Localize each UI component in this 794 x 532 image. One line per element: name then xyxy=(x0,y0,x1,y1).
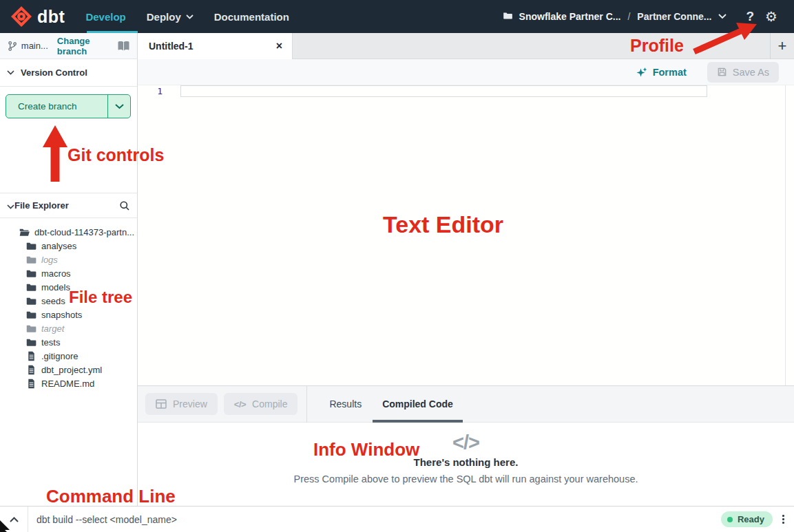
editor-scrollbar[interactable] xyxy=(785,85,786,385)
git-branch-icon xyxy=(8,41,17,52)
save-as-button[interactable]: Save As xyxy=(707,62,779,83)
tab-results[interactable]: Results xyxy=(320,386,371,423)
panel-divider xyxy=(306,386,307,423)
command-line-bar: Ready xyxy=(0,506,794,532)
chevron-down-icon xyxy=(7,70,14,75)
folder-icon xyxy=(26,310,36,320)
status-label: Ready xyxy=(738,514,764,524)
gear-icon[interactable]: ⚙ xyxy=(765,10,777,23)
nav-develop[interactable]: Develop xyxy=(85,11,125,23)
tree-item-tests[interactable]: tests xyxy=(0,335,137,349)
status-dot xyxy=(727,517,733,522)
tree-item--gitignore[interactable]: .gitignore xyxy=(0,349,137,363)
change-branch-link[interactable]: Change branch xyxy=(57,36,117,56)
project-name[interactable]: Snowflake Partner C... xyxy=(519,11,621,22)
tree-item-analyses[interactable]: analyses xyxy=(0,239,137,253)
status-badge: Ready xyxy=(721,511,773,527)
file-explorer-header[interactable]: File Explorer xyxy=(0,193,137,218)
tab-untitled-1[interactable]: Untitled-1 × xyxy=(138,33,293,59)
tree-item-label: dbt-cloud-114373-partn... xyxy=(34,227,134,237)
chevron-down-icon xyxy=(115,104,124,109)
nav-documentation[interactable]: Documentation xyxy=(214,11,289,23)
close-tab-icon[interactable]: × xyxy=(276,40,282,52)
version-control-title: Version Control xyxy=(21,67,87,78)
file-icon xyxy=(26,365,36,375)
panel-header: Preview </> Compile Results Compiled Cod… xyxy=(138,385,794,423)
folder-icon xyxy=(26,241,36,251)
folder-icon xyxy=(26,323,36,334)
tree-item-label: .gitignore xyxy=(41,351,78,361)
tree-item-macros[interactable]: macros xyxy=(0,266,137,280)
folder-icon xyxy=(26,296,36,306)
code-icon: </> xyxy=(138,432,794,454)
dbt-logo[interactable]: dbt xyxy=(10,6,65,28)
create-branch-dropdown[interactable] xyxy=(108,95,130,118)
annotation-git-controls: Git controls xyxy=(67,145,164,165)
panel-empty-state: </> There's nothing here. Press Compile … xyxy=(138,423,794,506)
tree-item-label: models xyxy=(41,282,70,292)
line-number: 1 xyxy=(138,86,180,96)
dbt-logo-icon xyxy=(10,6,33,28)
top-navbar: dbt Develop Deploy Documentation Snowfla… xyxy=(0,0,794,33)
help-icon[interactable]: ? xyxy=(746,9,754,24)
sidebar: Version Control Create branch File Explo… xyxy=(0,59,138,506)
compile-button[interactable]: </> Compile xyxy=(224,393,298,415)
dbt-cloud-ide: dbt Develop Deploy Documentation Snowfla… xyxy=(0,0,794,532)
tree-item-label: analyses xyxy=(41,241,76,251)
chevron-down-icon xyxy=(186,14,194,19)
folder-icon xyxy=(26,337,36,348)
file-icon xyxy=(26,379,36,389)
search-icon[interactable] xyxy=(119,200,130,211)
expand-command-bar-button[interactable] xyxy=(0,507,28,532)
tree-item-snapshots[interactable]: snapshots xyxy=(0,308,137,321)
folder-icon xyxy=(26,255,36,265)
tree-item-logs[interactable]: logs xyxy=(0,253,137,266)
environment-name[interactable]: Partner Conne... xyxy=(637,11,711,22)
kebab-menu-icon[interactable] xyxy=(782,515,784,524)
empty-state-title: There's nothing here. xyxy=(138,456,794,468)
nav-deploy[interactable]: Deploy xyxy=(147,11,194,23)
info-window: Preview </> Compile Results Compiled Cod… xyxy=(138,385,794,506)
environment-chevron-icon[interactable] xyxy=(718,14,727,19)
tree-item-dbt-project-yml[interactable]: dbt_project.yml xyxy=(0,363,137,376)
new-tab-button[interactable]: + xyxy=(770,33,794,59)
current-line-highlight xyxy=(180,85,707,97)
folder-icon xyxy=(26,282,36,292)
file-tree: dbt-cloud-114373-partn...analyseslogsmac… xyxy=(0,225,137,390)
code-icon: </> xyxy=(234,399,246,409)
tree-item-target[interactable]: target xyxy=(0,321,137,335)
annotation-command-line: Command Line xyxy=(46,486,176,507)
editor-tabbar: Untitled-1 × + xyxy=(138,33,794,59)
tree-item-label: dbt_project.yml xyxy=(41,365,102,375)
preview-label: Preview xyxy=(173,398,207,409)
editor-toolbar: Format Save As xyxy=(138,59,794,85)
format-button[interactable]: Format xyxy=(636,67,687,78)
create-branch-label[interactable]: Create branch xyxy=(6,95,108,118)
annotation-text-editor: Text Editor xyxy=(383,211,503,238)
tree-item-dbt-cloud-114373-partn-[interactable]: dbt-cloud-114373-partn... xyxy=(0,225,137,239)
annotation-file-tree: File tree xyxy=(69,288,132,307)
tree-item-label: target xyxy=(41,323,64,334)
tree-item-label: README.md xyxy=(41,379,94,389)
tree-item-label: tests xyxy=(41,337,60,348)
file-explorer-title: File Explorer xyxy=(14,200,69,211)
tab-compiled-code[interactable]: Compiled Code xyxy=(373,386,463,423)
current-branch: main... xyxy=(21,41,48,51)
save-as-label: Save As xyxy=(733,67,769,78)
branch-bar: main... Change branch xyxy=(0,33,138,59)
tree-item-label: macros xyxy=(41,268,71,279)
command-input[interactable] xyxy=(28,514,721,525)
tree-item-readme-md[interactable]: README.md xyxy=(0,376,137,390)
docs-book-icon[interactable] xyxy=(117,41,130,51)
preview-button[interactable]: Preview xyxy=(145,393,218,415)
annotation-info-window: Info Window xyxy=(313,439,419,460)
sparkle-icon xyxy=(636,67,647,78)
folder-icon xyxy=(502,12,514,21)
tree-item-label: logs xyxy=(41,255,58,265)
breadcrumb-separator: / xyxy=(627,11,630,22)
create-branch-button[interactable]: Create branch xyxy=(6,94,131,118)
tree-item-label: seeds xyxy=(41,296,65,306)
tab-title: Untitled-1 xyxy=(149,41,194,52)
version-control-header[interactable]: Version Control xyxy=(0,59,137,87)
annotation-profile: Profile xyxy=(630,36,684,56)
